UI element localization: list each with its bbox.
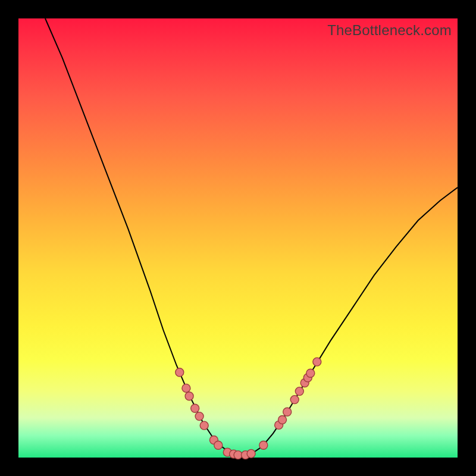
data-marker (313, 358, 321, 366)
data-marker (185, 392, 193, 400)
marker-group (176, 358, 321, 459)
data-marker (182, 384, 190, 392)
data-marker (259, 441, 268, 449)
data-marker (195, 412, 203, 421)
data-marker (214, 441, 223, 449)
data-marker (200, 421, 208, 430)
data-marker (191, 404, 199, 412)
data-marker (247, 449, 255, 458)
chart-frame: TheBottleneck.com (0, 0, 476, 476)
data-marker (278, 416, 287, 424)
data-marker (295, 387, 303, 396)
plot-area: TheBottleneck.com (18, 18, 458, 458)
data-marker (290, 396, 299, 404)
data-marker (306, 369, 315, 377)
data-marker (176, 368, 184, 377)
curve-layer (18, 18, 458, 458)
data-marker (283, 408, 292, 416)
bottleneck-curve (45, 18, 458, 455)
